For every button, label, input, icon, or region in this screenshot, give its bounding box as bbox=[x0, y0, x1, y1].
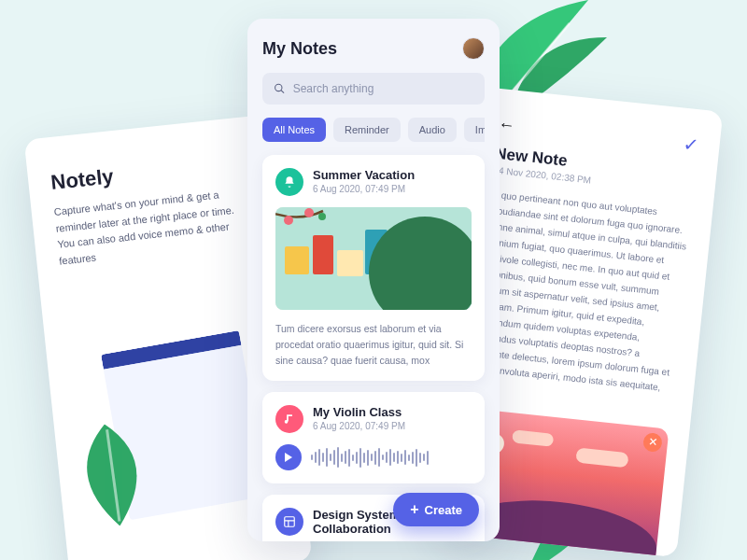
play-button[interactable] bbox=[275, 444, 302, 470]
bell-icon bbox=[275, 168, 303, 196]
filter-all-notes[interactable]: All Notes bbox=[262, 118, 326, 142]
note-card-date: 6 Aug 2020, 07:49 PM bbox=[313, 184, 415, 194]
create-button[interactable]: + Create bbox=[393, 493, 479, 526]
svg-rect-5 bbox=[285, 517, 295, 527]
svg-point-2 bbox=[284, 216, 293, 225]
audio-player bbox=[275, 444, 472, 470]
confirm-icon[interactable]: ✓ bbox=[682, 133, 699, 157]
note-body: In quo pertineant non quo aut voluptates… bbox=[471, 186, 693, 412]
note-card-title: My Violin Class bbox=[313, 405, 405, 419]
note-card-body: Tum dicere exorsus est laborum et via pr… bbox=[275, 321, 472, 368]
music-icon bbox=[275, 405, 303, 433]
search-input[interactable] bbox=[293, 82, 473, 95]
svg-line-1 bbox=[281, 91, 284, 93]
create-label: Create bbox=[425, 503, 462, 517]
waveform[interactable] bbox=[311, 447, 472, 468]
brand-tagline: Capture what's on your mind & get a remi… bbox=[53, 184, 257, 270]
page-title: My Notes bbox=[262, 39, 337, 59]
plus-icon: + bbox=[410, 502, 418, 517]
note-card-title: Summer Vacation bbox=[313, 168, 415, 182]
svg-point-0 bbox=[275, 84, 282, 91]
back-icon[interactable]: ← bbox=[498, 114, 516, 135]
notes-list-panel: My Notes All Notes Reminder Audio Images… bbox=[247, 19, 500, 541]
note-card-date: 6 Aug 2020, 07:49 PM bbox=[313, 421, 405, 431]
remove-image-icon[interactable]: ✕ bbox=[642, 432, 663, 453]
avatar[interactable] bbox=[462, 37, 485, 60]
search-field[interactable] bbox=[262, 73, 485, 105]
note-card-image bbox=[275, 207, 472, 310]
svg-point-3 bbox=[304, 208, 314, 217]
filter-images[interactable]: Images bbox=[464, 118, 485, 142]
filter-audio[interactable]: Audio bbox=[408, 118, 457, 142]
svg-point-4 bbox=[318, 213, 326, 220]
note-card[interactable]: My Violin Class 6 Aug 2020, 07:49 PM bbox=[262, 392, 485, 483]
filter-row: All Notes Reminder Audio Images bbox=[262, 118, 485, 142]
search-icon bbox=[274, 82, 286, 95]
filter-reminder[interactable]: Reminder bbox=[333, 118, 401, 142]
note-card[interactable]: Summer Vacation 6 Aug 2020, 07:49 PM Tum… bbox=[262, 155, 485, 381]
layout-icon bbox=[275, 508, 303, 536]
